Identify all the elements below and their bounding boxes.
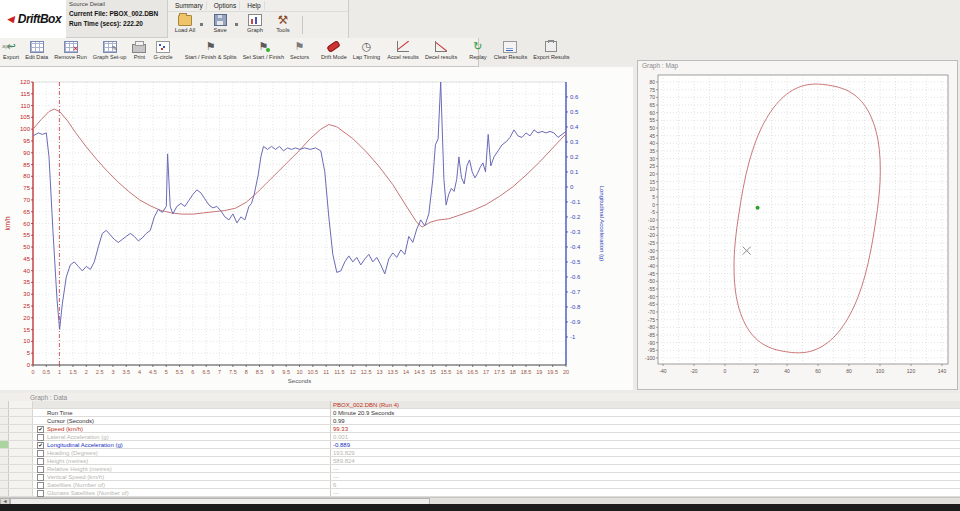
left-axis-tick-label: 85 bbox=[23, 162, 30, 168]
map-x-tick-label: -40 bbox=[659, 368, 666, 374]
chart-icon bbox=[248, 14, 262, 26]
checkbox-vertical-speed-km-h[interactable] bbox=[37, 474, 44, 481]
g-circle-icon bbox=[156, 40, 170, 53]
map-x-tick-label: 140 bbox=[938, 368, 947, 374]
row-value: 0.99 bbox=[333, 418, 345, 424]
edit-data-button[interactable]: Edit Data bbox=[22, 40, 51, 60]
x-axis-tick-label: 13 bbox=[376, 369, 382, 375]
left-axis-tick-label: 50 bbox=[23, 244, 30, 250]
drift-mode-button[interactable]: Drift Mode bbox=[318, 40, 350, 60]
checkbox-glonass-satellites-number-of[interactable] bbox=[37, 490, 44, 497]
x-axis-tick-label: 17 bbox=[483, 369, 489, 375]
map-y-tick-label: 25 bbox=[649, 163, 655, 169]
table-row-speed-km-h: ✔Speed (km/h)99.33 bbox=[0, 425, 960, 433]
decel-results-label: Decel results bbox=[425, 54, 457, 60]
map-chart-svg[interactable]: 80757065605550454035302520151050-5-10-15… bbox=[638, 69, 955, 385]
x-axis-tick-label: 15 bbox=[430, 369, 436, 375]
checkbox-height-metres[interactable] bbox=[37, 458, 44, 465]
save-button[interactable]: Save bbox=[207, 14, 233, 33]
map-y-tick-label: 5 bbox=[652, 194, 655, 200]
row-label: Satellites (Number of) bbox=[47, 482, 105, 488]
x-axis-tick-label: 8 bbox=[245, 369, 248, 375]
export-results-button[interactable]: Export Results bbox=[530, 40, 572, 60]
map-y-tick-label: 15 bbox=[649, 179, 655, 185]
x-axis-tick-label: 14.5 bbox=[414, 369, 425, 375]
save-dropdown[interactable] bbox=[235, 23, 238, 26]
window-bottom-edge bbox=[0, 504, 960, 511]
print-button[interactable]: Print bbox=[129, 40, 149, 60]
left-axis-tick-label: 55 bbox=[23, 232, 30, 238]
map-y-tick-label: 20 bbox=[649, 171, 655, 177]
checkbox-speed-km-h[interactable]: ✔ bbox=[37, 426, 44, 433]
left-axis-tick-label: 105 bbox=[20, 114, 31, 120]
g-circle-button[interactable]: G-circle bbox=[150, 40, 175, 60]
checkbox-lateral-acceleration-g[interactable] bbox=[37, 434, 44, 441]
accel-results-button[interactable]: Accel results bbox=[384, 40, 422, 60]
map-y-tick-label: -15 bbox=[648, 225, 655, 231]
replay-label: Replay bbox=[469, 54, 486, 60]
sectors-label: Sectors bbox=[290, 54, 309, 60]
map-y-tick-label: -75 bbox=[648, 317, 655, 323]
toolbar-separator bbox=[302, 16, 303, 34]
drift-icon bbox=[327, 40, 341, 53]
tools-button[interactable]: ⚒Tools bbox=[270, 14, 296, 33]
menu-item-help[interactable]: Help bbox=[244, 1, 264, 10]
map-x-tick-label: 20 bbox=[753, 368, 759, 374]
right-axis-tick-label: 0.1 bbox=[570, 169, 579, 175]
main-chart-svg[interactable]: 0510152025303540455055606570758085909510… bbox=[0, 67, 633, 390]
map-panel-title: Graph : Map bbox=[638, 61, 957, 69]
driftbox-app-window: ◄ DriftBox Source Detail Current File: P… bbox=[0, 0, 960, 511]
checkbox-relative-height-metres[interactable] bbox=[37, 466, 44, 473]
row-value: 99.33 bbox=[333, 426, 348, 432]
sectors-button[interactable]: ⚑Sectors bbox=[287, 40, 312, 60]
map-y-tick-label: -35 bbox=[648, 255, 655, 261]
decel-results-button[interactable]: Decel results bbox=[422, 40, 460, 60]
clear-results-label: Clear Results bbox=[494, 54, 528, 60]
left-axis-tick-label: 30 bbox=[23, 291, 30, 297]
graph-button[interactable]: Graph bbox=[242, 14, 268, 33]
lap-timing-button[interactable]: ◷Lap Timing bbox=[350, 40, 383, 60]
map-x-tick-label: 0 bbox=[724, 368, 727, 374]
map-plot-area[interactable] bbox=[658, 75, 948, 364]
current-position-dot bbox=[756, 206, 760, 210]
right-axis-tick-label: -0.7 bbox=[570, 289, 581, 295]
x-axis-tick-label: 1 bbox=[58, 369, 61, 375]
hidden-graph-panel-title-fragment: aph bbox=[2, 43, 12, 49]
checkbox-heading-degrees[interactable] bbox=[37, 450, 44, 457]
load-all-dropdown[interactable] bbox=[200, 23, 203, 26]
x-axis-tick-label: 9.5 bbox=[282, 369, 290, 375]
checkbox-longitudinal-acceleration-g[interactable]: ✔ bbox=[37, 442, 44, 449]
speed-graph-panel: 0510152025303540455055606570758085909510… bbox=[0, 67, 633, 390]
row-value: 193.829 bbox=[333, 450, 355, 456]
x-axis-tick-label: 16.5 bbox=[467, 369, 478, 375]
map-y-tick-label: -50 bbox=[648, 278, 655, 284]
map-y-tick-label: -65 bbox=[648, 301, 655, 307]
accel-icon bbox=[396, 40, 410, 53]
map-x-tick-label: 40 bbox=[784, 368, 790, 374]
left-axis-tick-label: 95 bbox=[23, 138, 30, 144]
remove-run-button[interactable]: ✕Remove Run bbox=[51, 40, 90, 60]
menu-item-options[interactable]: Options bbox=[211, 1, 240, 10]
map-y-tick-label: 10 bbox=[649, 186, 655, 192]
x-axis-tick-label: 6 bbox=[191, 369, 194, 375]
left-axis-tick-label: 60 bbox=[23, 221, 30, 227]
left-axis-tick-label: 100 bbox=[20, 126, 31, 132]
load-all-button[interactable]: Load All bbox=[172, 14, 198, 33]
clear-results-button[interactable]: Clear Results bbox=[491, 40, 531, 60]
start-finish-splits-button[interactable]: ⚑Start / Finish & Splits bbox=[182, 40, 240, 60]
table-row-run-time: Run Time0 Minute 20.9 Seconds bbox=[0, 409, 960, 417]
right-axis-title: Longitudinal Acceleration (g) bbox=[599, 186, 605, 262]
remove-run-icon: ✕ bbox=[64, 40, 78, 53]
graph-set-up-button[interactable]: ✎Graph Set-up bbox=[90, 40, 130, 60]
menu-item-summary[interactable]: Summary bbox=[172, 1, 207, 10]
map-x-tick-label: 60 bbox=[815, 368, 821, 374]
left-axis-tick-label: 10 bbox=[23, 338, 30, 344]
x-axis-tick-label: 4 bbox=[138, 369, 141, 375]
drift-mode-label: Drift Mode bbox=[321, 54, 347, 60]
map-y-tick-label: -90 bbox=[648, 340, 655, 346]
replay-icon: ↻ bbox=[471, 40, 485, 53]
replay-button[interactable]: ↻Replay bbox=[466, 40, 489, 60]
left-axis-tick-label: 80 bbox=[23, 173, 30, 179]
set-start-finish-button[interactable]: ⚑Set Start / Finish bbox=[240, 40, 287, 60]
checkbox-satellites-number-of[interactable] bbox=[37, 482, 44, 489]
